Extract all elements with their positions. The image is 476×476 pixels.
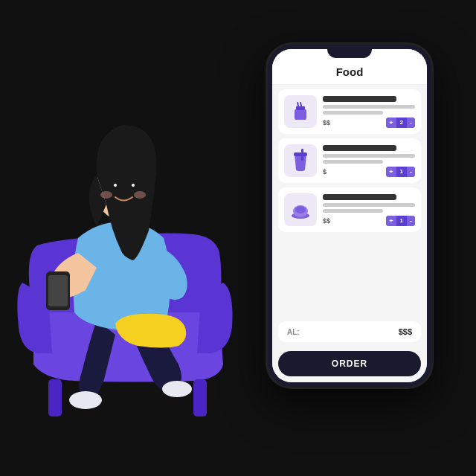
qty-value-2: 1 [396,167,407,176]
food-details-1: $$ + 2 - [323,96,415,128]
svg-rect-9 [48,379,62,416]
food-price-3: $$ [323,217,330,225]
svg-point-18 [132,184,135,187]
food-name-bar-3 [323,194,396,200]
food-details-2: $ + 1 - [323,145,415,177]
food-bottom-2: $ + 1 - [323,167,415,177]
food-name-bar-1 [323,96,396,102]
svg-point-19 [100,191,112,199]
qty-minus-1[interactable]: - [407,118,415,128]
food-bottom-3: $$ + 1 - [323,216,415,226]
person-illustration [0,60,312,476]
qty-minus-2[interactable]: - [407,167,415,177]
food-desc-bar-2a [323,154,415,158]
svg-point-12 [162,381,192,397]
qty-plus-2[interactable]: + [386,167,396,177]
food-desc-bar-1b [323,111,383,115]
qty-plus-3[interactable]: + [386,216,396,226]
qty-control-1[interactable]: + 2 - [386,118,415,128]
food-desc-bar-3b [323,209,383,213]
food-price-1: $$ [323,119,330,126]
food-desc-bar-3a [323,203,415,207]
food-bottom-1: $$ + 2 - [323,118,415,128]
qty-plus-1[interactable]: + [386,118,396,128]
food-desc-bar-2b [323,160,383,164]
qty-control-2[interactable]: + 1 - [386,167,415,177]
qty-value-3: 1 [396,216,407,225]
phone-notch [327,45,372,58]
scene: Food [0,0,476,476]
food-details-3: $$ + 1 - [323,194,415,226]
food-price-2: $ [323,168,327,176]
total-value: $$$ [399,327,412,336]
qty-value-1: 2 [396,118,407,127]
svg-point-20 [134,191,146,199]
svg-rect-10 [193,379,207,416]
svg-point-17 [114,184,117,187]
svg-point-11 [69,391,102,409]
svg-rect-22 [48,275,68,306]
qty-control-3[interactable]: + 1 - [386,216,415,226]
food-name-bar-2 [323,145,396,151]
qty-minus-3[interactable]: - [407,216,415,226]
food-desc-bar-1a [323,105,415,109]
